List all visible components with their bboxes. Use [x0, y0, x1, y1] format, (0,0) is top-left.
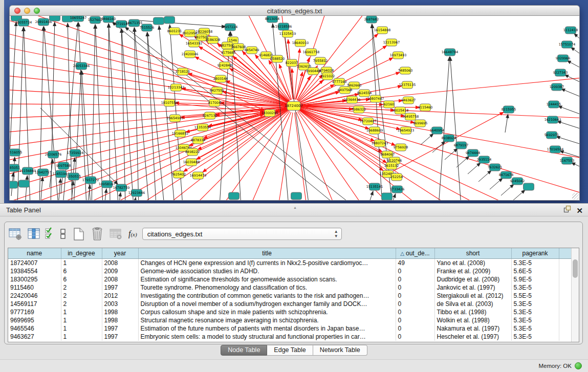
row-checks-icon[interactable]	[45, 226, 55, 242]
graph-node-yellow[interactable]: 1990448	[306, 68, 320, 75]
graph-node-teal[interactable]: 9227343	[553, 69, 568, 76]
graph-node-teal[interactable]	[229, 192, 239, 200]
graph-node-teal[interactable]: 8466160	[101, 16, 116, 23]
graph-node-yellow[interactable]: 1921022	[320, 73, 335, 80]
graph-node-teal[interactable]: 9329966	[556, 55, 570, 62]
table-row[interactable]: 2242004622012Investigating the contribut…	[8, 292, 572, 300]
graph-node-yellow[interactable]: 252254	[390, 173, 403, 181]
graph-node-teal[interactable]: 1112418	[563, 27, 578, 34]
citation-network-graph[interactable]: 2005572420891406106552471527602846616010…	[10, 16, 580, 201]
graph-node-hub[interactable]: 18724007	[285, 102, 303, 111]
graph-node-yellow[interactable]: 18640910	[292, 39, 309, 47]
select-columns-icon[interactable]	[26, 226, 41, 242]
float-panel-icon[interactable]	[563, 204, 571, 217]
graph-node-yellow[interactable]: 8267130	[203, 112, 217, 119]
delete-table-icon[interactable]	[108, 226, 123, 242]
graph-node-yellow[interactable]: 15720407	[360, 118, 377, 125]
graph-node-yellow[interactable]: 1588520	[270, 55, 285, 62]
table-row[interactable]: 977716911998Corpus callosum shape and si…	[8, 308, 572, 316]
tab-node-table[interactable]: Node Table	[221, 345, 267, 356]
graph-node-teal[interactable]: 885051	[10, 164, 20, 171]
graph-node-yellow[interactable]: 7986322	[352, 106, 366, 113]
graph-node-teal[interactable]: 1640954	[430, 127, 444, 134]
graph-node-teal[interactable]	[524, 183, 534, 190]
table-row[interactable]: 1938455462009Genome-wide association stu…	[8, 267, 572, 275]
table-row[interactable]: 911546021997Tourette syndrome. Phenomeno…	[8, 283, 572, 292]
graph-node-yellow[interactable]: 62160	[384, 101, 395, 108]
graph-node-yellow[interactable]: 2718120	[176, 68, 190, 75]
graph-node-teal[interactable]: 11156869	[19, 167, 36, 174]
graph-node-yellow[interactable]: 9699695	[413, 120, 427, 127]
graph-node-teal[interactable]: 8813054	[265, 16, 279, 23]
table-row[interactable]: 1456911722003Disruption of a novel membe…	[8, 300, 572, 308]
graph-node-yellow[interactable]: 9463627	[401, 97, 416, 104]
graph-node-teal[interactable]: 6879197	[454, 142, 468, 149]
network-window[interactable]: citations_edges.txt 20055724208914061065…	[9, 5, 580, 201]
graph-node-teal[interactable]	[10, 181, 18, 188]
graph-node-yellow[interactable]: 9777169	[332, 78, 346, 85]
graph-node-teal[interactable]: 20053346	[73, 62, 90, 70]
graph-node-yellow[interactable]: 9115460	[418, 104, 432, 111]
network-window-titlebar[interactable]: citations_edges.txt	[9, 5, 580, 16]
graph-node-yellow[interactable]: 12375135	[399, 81, 416, 89]
table-row[interactable]: 946362711997Embryonic stem cells: a mode…	[8, 333, 572, 341]
graph-node-yellow[interactable]: 10688609	[366, 127, 383, 134]
graph-node-teal[interactable]: 15135141	[366, 183, 383, 190]
graph-node-yellow[interactable]: 9756928	[394, 144, 408, 151]
column-header-out_de[interactable]: △out_de...	[396, 248, 434, 259]
graph-node-yellow[interactable]: 11325419	[279, 30, 296, 37]
column-header-filler[interactable]	[559, 248, 572, 259]
column-header-year[interactable]: year	[102, 248, 138, 259]
graph-node-yellow[interactable]: 2803144	[213, 75, 228, 82]
close-panel-icon[interactable]: ✕	[576, 207, 583, 214]
graph-node-yellow[interactable]: 12213343	[168, 84, 185, 91]
graph-node-teal[interactable]: 12923446	[128, 189, 145, 196]
trash-icon[interactable]	[90, 226, 105, 242]
graph-node-teal[interactable]: 19218586	[275, 23, 292, 30]
graph-node-yellow[interactable]: 10973493	[390, 52, 407, 59]
panel-resize-handle-icon[interactable]: ▴	[294, 201, 296, 214]
table-row[interactable]: 1830029562008Estimation of significance …	[8, 275, 572, 283]
graph-node-teal[interactable]: 1733426	[390, 186, 404, 193]
graph-node-yellow[interactable]: 1615132	[384, 162, 399, 169]
column-header-name[interactable]: name	[8, 248, 61, 259]
graph-node-yellow[interactable]: 16961758	[303, 49, 320, 56]
graph-node-yellow[interactable]: 8427552	[210, 87, 224, 94]
graph-node-teal[interactable]: 16648784	[442, 49, 459, 56]
table-source-select[interactable]: citations_edges.txt ▲▼	[142, 228, 342, 240]
graph-node-teal[interactable]: 8471678	[499, 171, 513, 179]
table-row[interactable]: 946554611997Estimation of the future num…	[8, 324, 572, 333]
graph-node-yellow[interactable]: 10807487	[367, 95, 384, 102]
network-canvas[interactable]: 2005572420891406106552471527602846616010…	[9, 16, 580, 201]
graph-node-yellow[interactable]: 9175685	[221, 49, 235, 56]
graph-node-teal[interactable]: 15751074	[559, 41, 576, 48]
table-settings-icon[interactable]	[8, 226, 23, 242]
graph-node-yellow[interactable]: 20364436	[344, 96, 361, 103]
graph-node-teal[interactable]: 12942757	[35, 169, 52, 176]
graph-node-yellow[interactable]: 7485063	[398, 67, 412, 74]
graph-node-yellow[interactable]: 22420046	[182, 51, 199, 58]
graph-node-teal[interactable]	[291, 192, 302, 200]
new-document-icon[interactable]	[71, 226, 86, 242]
graph-node-teal[interactable]: 1527602	[88, 16, 102, 24]
graph-node-teal[interactable]: 1350515	[67, 173, 81, 180]
column-header-pagerank[interactable]: pagerank	[511, 248, 559, 259]
graph-node-yellow[interactable]: 8878334	[191, 137, 205, 144]
graph-node-teal[interactable]: 1167553	[560, 157, 574, 164]
node-table[interactable]: namein_degreeyeartitle△out_de...shortpag…	[8, 248, 579, 342]
graph-node-yellow[interactable]: 16154808	[374, 27, 391, 34]
graph-node-teal[interactable]: 2516055	[10, 149, 22, 156]
graph-node-yellow[interactable]: 7955812	[313, 57, 328, 64]
graph-node-yellow[interactable]: 8186328	[206, 36, 220, 43]
graph-node-teal[interactable]: 2687682	[364, 16, 379, 23]
column-header-in_degree[interactable]: in_degree	[61, 248, 102, 259]
graph-node-teal[interactable]	[382, 193, 393, 200]
table-panel-header[interactable]: ▴ Table Panel ✕	[0, 203, 588, 216]
graph-node-teal[interactable]: 9245042	[510, 178, 525, 185]
tab-network-table[interactable]: Network Table	[313, 345, 367, 356]
column-header-short[interactable]: short	[434, 248, 511, 259]
graph-node-yellow[interactable]: 8624554	[357, 90, 372, 97]
graph-node-teal[interactable]: 9474444	[466, 149, 480, 157]
graph-node-yellow[interactable]: 19166852	[172, 130, 189, 137]
graph-node-yellow[interactable]: 7625402	[171, 171, 186, 178]
